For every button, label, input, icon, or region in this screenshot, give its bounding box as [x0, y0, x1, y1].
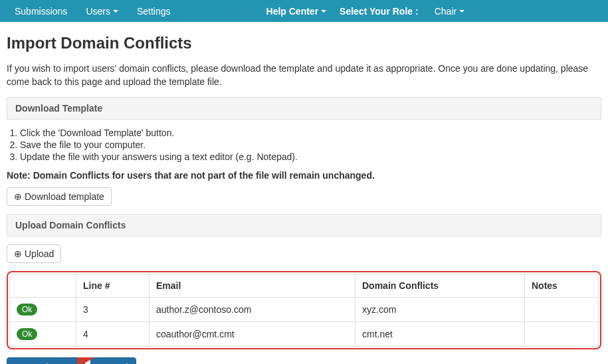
caret-icon — [459, 10, 464, 13]
download-step: Click the 'Download Template' button. — [20, 128, 601, 138]
upload-icon: ⊕ — [14, 249, 22, 258]
cell-email: coauthor@cmt.cmt — [150, 321, 355, 346]
download-icon: ⊕ — [14, 192, 22, 201]
col-domain-header: Domain Conflicts — [355, 274, 525, 297]
cell-domain: cmt.net — [355, 321, 525, 346]
save-button[interactable]: Save Changes — [7, 357, 85, 364]
download-template-button[interactable]: ⊕ Download template — [7, 187, 112, 206]
results-table-highlight: Line # Email Domain Conflicts Notes Ok 3… — [7, 271, 601, 349]
page-title: Import Domain Conflicts — [7, 34, 601, 52]
nav-help-label: Help Center — [266, 6, 319, 17]
download-step: Update the file with your answers using … — [20, 151, 601, 162]
download-template-label: Download template — [25, 191, 104, 202]
table-row: Ok 3 author.z@contoso.com xyz.com — [10, 297, 599, 321]
results-table: Line # Email Domain Conflicts Notes Ok 3… — [9, 274, 599, 347]
table-header-row: Line # Email Domain Conflicts Notes — [10, 274, 599, 297]
cell-notes — [525, 321, 599, 346]
page-content: Import Domain Conflicts If you wish to i… — [0, 22, 608, 364]
nav-users-label: Users — [86, 6, 110, 17]
cancel-button[interactable]: Cancel — [90, 357, 137, 364]
nav-role-value: Chair — [435, 6, 456, 17]
cell-domain: xyz.com — [355, 297, 525, 321]
col-notes-header: Notes — [525, 274, 599, 297]
nav-left: Submissions Users Settings — [5, 1, 180, 21]
download-step: Save the file to your computer. — [20, 139, 601, 150]
nav-select-role-label: Select Your Role : — [333, 1, 425, 21]
download-note: Note: Domain Conflicts for users that ar… — [7, 170, 601, 181]
cell-status: Ok — [10, 321, 76, 346]
download-template-header: Download Template — [7, 97, 601, 120]
cell-notes — [525, 297, 599, 321]
cell-line: 4 — [76, 321, 150, 346]
upload-button[interactable]: ⊕ Upload — [7, 244, 61, 263]
upload-label: Upload — [25, 248, 54, 259]
download-steps: Click the 'Download Template' button. Sa… — [20, 128, 601, 162]
col-line-header: Line # — [76, 274, 150, 297]
nav-settings[interactable]: Settings — [128, 1, 180, 21]
action-row: Save Changes Cancel — [7, 357, 601, 364]
table-row: Ok 4 coauthor@cmt.cmt cmt.net — [10, 321, 599, 346]
nav-help-center[interactable]: Help Center — [260, 1, 334, 21]
top-navbar: Submissions Users Settings Help Center S… — [0, 0, 608, 22]
nav-submissions[interactable]: Submissions — [5, 1, 76, 21]
nav-center: Help Center Select Your Role : Chair — [260, 1, 474, 21]
caret-icon — [321, 10, 326, 13]
col-status-header — [10, 274, 76, 297]
status-badge: Ok — [17, 328, 37, 340]
col-email-header: Email — [150, 274, 355, 297]
cell-email: author.z@contoso.com — [150, 297, 355, 321]
cell-status: Ok — [10, 297, 76, 321]
status-badge: Ok — [17, 304, 37, 316]
page-intro: If you wish to import users' domain conf… — [7, 62, 601, 89]
caret-icon — [113, 10, 118, 13]
cell-line: 3 — [76, 297, 150, 321]
upload-section-header: Upload Domain Conflicts — [7, 214, 601, 236]
nav-role-dropdown[interactable]: Chair — [425, 1, 474, 21]
nav-users[interactable]: Users — [76, 1, 128, 21]
